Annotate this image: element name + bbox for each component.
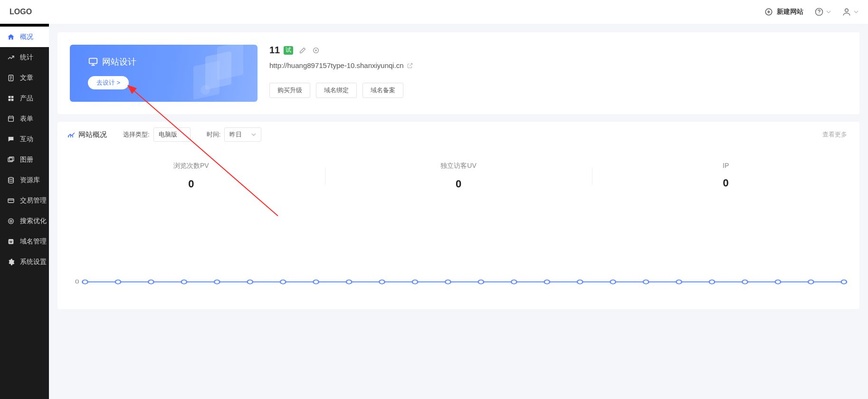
upgrade-button[interactable]: 购买升级 [269,83,310,98]
go-design-label: 去设计 > [96,78,120,87]
sidebar-item-article[interactable]: 文章 [0,68,49,88]
bind-label: 域名绑定 [324,86,349,95]
svg-point-42 [115,280,121,284]
stat-label: 浏览次数PV [173,162,209,170]
svg-point-51 [412,280,418,284]
svg-point-20 [9,177,14,179]
sidebar-item-label: 域名管理 [20,237,47,246]
form-icon [7,115,15,123]
chart-bar-icon [67,130,76,139]
svg-rect-11 [11,96,14,98]
overview-title: 网站概况 [67,130,107,139]
design-decoration-icon [172,45,258,102]
sidebar-item-overview[interactable]: 概况 [0,27,49,47]
sidebar-item-seo[interactable]: 搜索优化 [0,211,49,231]
new-site-label: 新建网站 [777,8,803,16]
sidebar-item-label: 统计 [20,53,33,62]
monitor-icon [88,57,98,67]
svg-point-54 [511,280,516,284]
svg-point-57 [610,280,615,284]
svg-rect-19 [10,157,14,161]
type-select[interactable]: 电脑版 [153,127,191,142]
plus-circle-icon [763,7,774,17]
external-link-icon[interactable] [407,62,413,69]
time-value: 昨日 [229,130,242,139]
sidebar-item-interact[interactable]: 互动 [0,129,49,149]
svg-point-60 [709,280,715,284]
overview-title-text: 网站概况 [78,130,107,139]
design-title: 网站设计 [88,56,136,68]
design-promo: 网站设计 去设计 > [70,45,258,102]
svg-rect-10 [9,96,11,98]
sidebar-item-product[interactable]: 产品 [0,88,49,108]
svg-rect-13 [11,98,14,101]
svg-point-63 [808,280,813,284]
view-more-link[interactable]: 查看更多 [822,130,847,139]
stat-value: 0 [188,178,194,190]
svg-point-47 [280,280,286,284]
design-title-text: 网站设计 [102,56,136,68]
svg-point-46 [248,280,253,284]
icp-button[interactable]: 域名备案 [362,83,403,98]
sidebar-item-gallery[interactable]: 图册 [0,149,49,170]
stat-ip: IP 0 [592,162,859,190]
sidebar-item-label: 资源库 [20,176,40,185]
stat-value: 0 [456,178,461,190]
stat-pv: 浏览次数PV 0 [57,162,325,190]
sidebar-item-label: 产品 [20,94,33,103]
svg-point-49 [346,280,352,284]
sidebar-item-settings[interactable]: 系统设置 [0,252,49,272]
chevron-down-icon [251,132,256,137]
sidebar-item-label: 表单 [20,115,33,123]
plus-circle-small-icon[interactable] [312,47,320,54]
svg-point-52 [445,280,450,284]
svg-point-43 [148,280,153,284]
sidebar-item-assets[interactable]: 资源库 [0,170,49,190]
sidebar-item-label: 交易管理 [20,196,47,205]
svg-point-45 [214,280,219,284]
go-design-button[interactable]: 去设计 > [88,76,129,89]
icp-label: 域名备案 [371,86,395,95]
chart-line-icon [7,54,15,61]
site-overview-card: 网站概况 选择类型: 电脑版 时间: 昨日 查看更多 浏览次数PV 0 [57,122,859,309]
sidebar-item-domain[interactable]: W 域名管理 [0,231,49,252]
svg-point-62 [775,280,781,284]
logo: LOGO [10,8,32,16]
svg-point-50 [379,280,384,284]
svg-point-48 [313,280,318,284]
bind-domain-button[interactable]: 域名绑定 [316,83,357,98]
help-button[interactable] [814,7,831,17]
globe-icon: W [7,238,15,245]
help-circle-icon [814,7,824,17]
stat-value: 0 [723,177,729,189]
trial-badge: 试 [284,46,293,55]
credit-card-icon [7,197,15,204]
sidebar-item-label: 概况 [20,33,33,41]
svg-rect-21 [8,199,14,203]
user-button[interactable] [841,7,858,17]
svg-point-59 [676,280,681,284]
sidebar-item-label: 系统设置 [20,258,47,266]
type-value: 电脑版 [159,130,177,139]
images-icon [7,156,15,164]
time-select[interactable]: 昨日 [224,127,261,142]
svg-point-61 [742,280,747,284]
edit-icon[interactable] [299,47,306,54]
svg-point-4 [819,14,819,14]
sidebar-item-trade[interactable]: 交易管理 [0,190,49,211]
new-site-button[interactable]: 新建网站 [763,7,803,17]
file-text-icon [7,74,15,82]
type-label: 选择类型: [123,130,150,139]
gear-icon [7,258,15,266]
svg-point-64 [841,280,847,284]
sidebar-item-stats[interactable]: 统计 [0,47,49,68]
svg-point-41 [82,280,87,284]
upgrade-label: 购买升级 [277,86,302,95]
caret-down-icon [854,10,858,14]
sidebar-item-label: 图册 [20,156,33,164]
svg-point-53 [478,280,484,284]
sidebar-item-label: 互动 [20,135,33,144]
stat-uv: 独立访客UV 0 [325,162,592,190]
database-icon [7,176,15,184]
sidebar-item-form[interactable]: 表单 [0,108,49,129]
